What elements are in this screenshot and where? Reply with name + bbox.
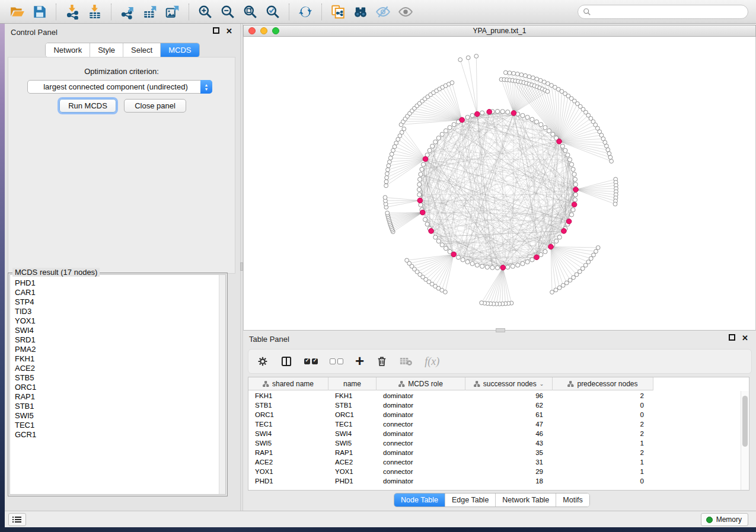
network-node[interactable]: [461, 258, 465, 262]
network-node[interactable]: [428, 148, 432, 152]
tab-edge-table[interactable]: Edge Table: [445, 493, 496, 507]
network-leaf-node[interactable]: [388, 160, 392, 164]
network-leaf-node[interactable]: [578, 270, 582, 274]
network-node[interactable]: [571, 167, 575, 171]
network-leaf-node[interactable]: [531, 76, 535, 80]
mcds-result-item[interactable]: TID3: [10, 307, 225, 316]
network-node[interactable]: [495, 109, 499, 113]
mcds-hub-node[interactable]: [511, 111, 516, 116]
delete-column-button[interactable]: [376, 354, 388, 368]
mcds-hub-node[interactable]: [573, 187, 579, 193]
function-builder-button[interactable]: f(x): [425, 354, 439, 368]
search-input[interactable]: [591, 6, 748, 18]
network-leaf-node[interactable]: [535, 77, 539, 81]
show-all-button[interactable]: [397, 3, 414, 21]
open-session-button[interactable]: [8, 3, 26, 21]
network-node[interactable]: [465, 115, 470, 119]
network-node[interactable]: [421, 162, 425, 166]
network-node[interactable]: [436, 136, 441, 140]
zoom-selected-button[interactable]: [264, 3, 282, 21]
network-node[interactable]: [566, 153, 570, 157]
network-leaf-node[interactable]: [393, 145, 397, 149]
network-leaf-node[interactable]: [608, 155, 613, 159]
network-node[interactable]: [448, 126, 452, 130]
network-leaf-node[interactable]: [384, 180, 388, 184]
network-node[interactable]: [480, 264, 484, 268]
mcds-hub-node[interactable]: [548, 244, 554, 249]
network-window-titlebar[interactable]: YPA_prune.txt_1: [243, 25, 756, 37]
table-row[interactable]: PHD1PHD1dominator180: [248, 476, 653, 486]
network-node[interactable]: [418, 177, 422, 181]
add-column-button[interactable]: +: [355, 354, 364, 368]
table-row[interactable]: TEC1TEC1connector472: [248, 419, 653, 429]
mcds-hub-node[interactable]: [429, 229, 434, 234]
network-leaf-node[interactable]: [607, 152, 611, 156]
network-leaf-node[interactable]: [385, 176, 389, 180]
network-leaf-node[interactable]: [586, 260, 591, 264]
column-header-shared-name[interactable]: shared name: [248, 377, 328, 390]
mcds-result-item[interactable]: FKH1: [10, 354, 225, 364]
network-leaf-node[interactable]: [594, 249, 598, 254]
tab-mcds[interactable]: MCDS: [161, 43, 199, 57]
network-leaf-node[interactable]: [546, 89, 550, 94]
export-image-button[interactable]: [164, 3, 181, 21]
network-node[interactable]: [554, 239, 559, 243]
find-button[interactable]: [352, 3, 369, 21]
horizontal-splitter-handle[interactable]: [496, 328, 505, 332]
show-columns-button[interactable]: [280, 354, 292, 368]
export-table-button[interactable]: [141, 3, 159, 21]
table-row[interactable]: FKH1FKH1dominator962: [248, 391, 653, 400]
network-leaf-node[interactable]: [385, 211, 390, 215]
network-node[interactable]: [516, 263, 520, 267]
network-node[interactable]: [440, 132, 444, 136]
network-leaf-node[interactable]: [474, 54, 479, 58]
network-node[interactable]: [571, 208, 575, 212]
tab-network[interactable]: Network: [46, 43, 90, 57]
table-row[interactable]: ACE2ACE2connector311: [248, 457, 653, 467]
network-leaf-node[interactable]: [596, 246, 600, 250]
mcds-hub-node[interactable]: [572, 202, 577, 207]
network-node[interactable]: [557, 235, 562, 239]
network-node[interactable]: [456, 255, 460, 259]
network-leaf-node[interactable]: [519, 73, 524, 77]
apply-layout-button[interactable]: [296, 3, 314, 21]
network-node[interactable]: [530, 117, 534, 121]
mcds-result-item[interactable]: GCR1: [10, 430, 225, 440]
network-node[interactable]: [525, 259, 529, 264]
network-node[interactable]: [436, 239, 441, 243]
network-node[interactable]: [420, 167, 424, 171]
network-leaf-node[interactable]: [391, 149, 395, 153]
mcds-result-item[interactable]: SWI5: [10, 411, 225, 421]
network-leaf-node[interactable]: [385, 172, 390, 176]
network-leaf-node[interactable]: [390, 152, 394, 156]
network-node[interactable]: [573, 198, 577, 202]
network-node[interactable]: [475, 263, 479, 267]
column-header-name[interactable]: name: [328, 377, 377, 390]
network-node[interactable]: [419, 172, 423, 177]
mcds-hub-node[interactable]: [562, 229, 567, 234]
network-node[interactable]: [419, 203, 423, 207]
network-node[interactable]: [569, 213, 573, 217]
network-leaf-node[interactable]: [554, 288, 558, 292]
network-node[interactable]: [452, 123, 456, 127]
mcds-list-scrollbar[interactable]: [219, 275, 225, 494]
mcds-hub-node[interactable]: [460, 117, 465, 123]
network-leaf-node[interactable]: [466, 56, 470, 60]
table-row[interactable]: RAP1RAP1dominator352: [248, 448, 653, 457]
network-node[interactable]: [417, 182, 422, 187]
network-node[interactable]: [495, 265, 499, 270]
panel-menu-button[interactable]: [8, 513, 26, 526]
network-node[interactable]: [573, 177, 577, 181]
network-node[interactable]: [433, 235, 438, 239]
tab-select[interactable]: Select: [123, 43, 161, 57]
network-node[interactable]: [423, 217, 427, 222]
network-node[interactable]: [539, 123, 543, 127]
network-leaf-node[interactable]: [458, 57, 462, 62]
network-node[interactable]: [430, 144, 435, 148]
mcds-hub-node[interactable]: [500, 265, 506, 270]
column-header-successor-nodes[interactable]: successor nodes⌄: [465, 377, 553, 390]
network-node[interactable]: [560, 144, 564, 148]
network-node[interactable]: [480, 111, 484, 115]
network-node[interactable]: [500, 110, 505, 114]
network-leaf-node[interactable]: [527, 75, 531, 79]
